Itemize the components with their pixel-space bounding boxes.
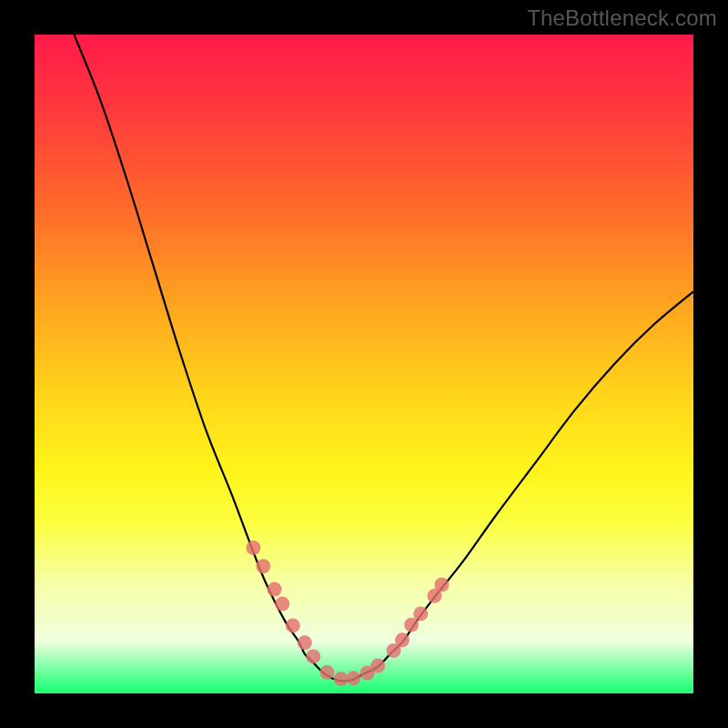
data-point [286,618,300,632]
data-point [275,597,289,612]
chart-frame: TheBottleneck.com [0,0,728,728]
data-point [413,606,428,621]
data-point [434,578,449,592]
chart-svg [35,35,693,693]
data-point [334,672,349,686]
data-point [268,582,282,597]
data-point [256,559,270,573]
data-point [306,649,320,663]
data-point [298,635,312,650]
data-point [370,659,385,673]
data-point [346,671,360,685]
data-point [395,632,410,647]
data-point [404,618,419,632]
data-point [319,665,334,680]
data-point [246,541,260,555]
watermark-text: TheBottleneck.com [527,5,717,31]
data-points [246,541,449,686]
plot-area [35,35,693,693]
bottleneck-curve [74,35,693,681]
